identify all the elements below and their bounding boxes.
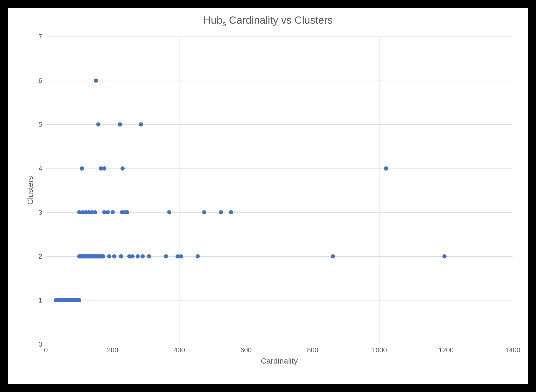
x-tick-label: 1200 xyxy=(438,346,454,354)
data-point xyxy=(101,254,105,258)
x-tick-label: 800 xyxy=(307,346,318,354)
y-gridline xyxy=(46,212,513,213)
data-point xyxy=(384,166,388,171)
x-tick-label: 200 xyxy=(107,346,118,354)
data-point xyxy=(130,254,135,258)
x-gridline xyxy=(513,37,513,344)
y-gridline xyxy=(46,81,513,81)
data-point xyxy=(96,122,100,126)
data-point xyxy=(141,254,145,258)
x-gridline xyxy=(313,37,313,344)
x-gridline xyxy=(113,37,113,344)
x-axis-label: Cardinality xyxy=(46,357,513,365)
x-tick-label: 600 xyxy=(240,346,251,354)
y-tick-label: 2 xyxy=(39,252,42,260)
y-gridline xyxy=(46,124,513,125)
data-point xyxy=(93,210,97,214)
y-gridline xyxy=(46,37,513,37)
y-axis-label: Clusters xyxy=(26,176,35,204)
data-point xyxy=(106,210,110,214)
x-gridline xyxy=(246,37,246,344)
data-point xyxy=(164,254,168,258)
x-gridline xyxy=(179,37,179,344)
chart-card: Hubs Cardinality vs Clusters Clusters Ca… xyxy=(0,0,536,392)
data-point xyxy=(442,254,447,258)
title-subscript: s xyxy=(222,20,226,28)
data-point xyxy=(102,166,106,171)
chart-title: Hubs Cardinality vs Clusters xyxy=(8,14,528,28)
data-point xyxy=(94,79,98,83)
y-tick-label: 6 xyxy=(39,76,42,85)
x-tick-label: 400 xyxy=(174,346,185,354)
data-point xyxy=(229,210,233,214)
data-point xyxy=(202,210,206,214)
x-tick-label: 1400 xyxy=(505,346,520,354)
title-text-1: Hub xyxy=(203,14,222,26)
data-point xyxy=(118,122,122,126)
data-point xyxy=(147,254,151,258)
data-point xyxy=(125,210,129,214)
plot-area: Clusters Cardinality 0123456702004006008… xyxy=(46,37,513,344)
y-tick-label: 4 xyxy=(39,164,42,172)
data-point xyxy=(136,254,140,258)
data-point xyxy=(219,210,223,214)
data-point xyxy=(196,254,200,258)
x-tick-label: 1000 xyxy=(372,346,387,354)
x-gridline xyxy=(380,37,380,344)
y-tick-label: 0 xyxy=(39,340,42,348)
data-point xyxy=(80,166,84,171)
data-point xyxy=(167,210,171,214)
data-point xyxy=(139,122,143,126)
data-point xyxy=(179,254,183,258)
data-point xyxy=(112,254,116,258)
y-tick-label: 3 xyxy=(39,208,42,216)
data-point xyxy=(121,166,125,171)
x-gridline xyxy=(446,37,446,344)
title-text-2: Cardinality vs Clusters xyxy=(229,14,333,26)
data-point xyxy=(111,210,115,214)
chart-canvas: Hubs Cardinality vs Clusters Clusters Ca… xyxy=(8,8,528,384)
y-gridline xyxy=(46,168,513,169)
data-point xyxy=(331,254,335,258)
y-tick-label: 7 xyxy=(39,33,42,41)
data-point xyxy=(77,298,81,302)
data-point xyxy=(107,254,111,258)
y-gridline xyxy=(46,300,513,300)
y-tick-label: 5 xyxy=(39,120,42,129)
y-tick-label: 1 xyxy=(39,296,42,304)
data-point xyxy=(119,254,123,258)
x-tick-label: 0 xyxy=(44,346,48,354)
